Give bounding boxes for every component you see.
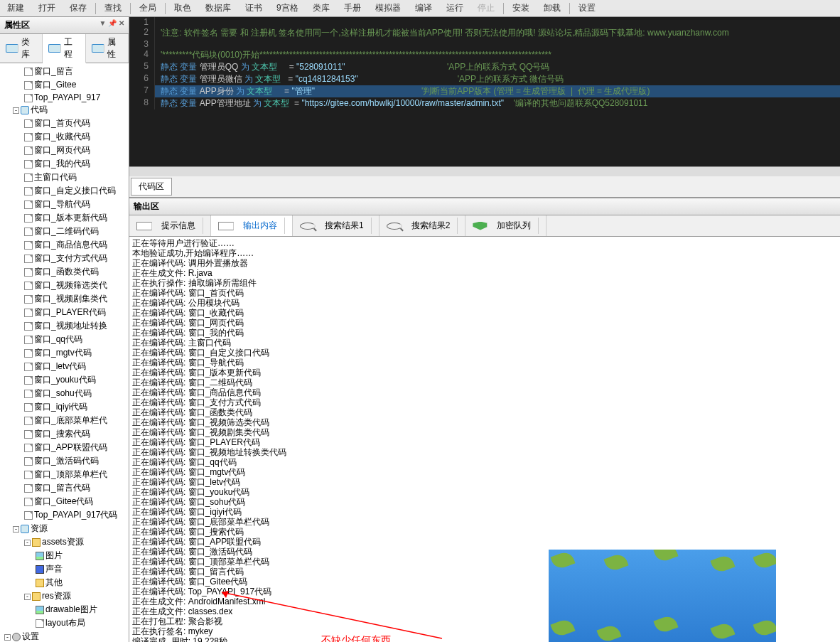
tree-item[interactable]: 窗口_iqiyi代码 xyxy=(1,400,127,414)
toolbar-设置[interactable]: 设置 xyxy=(571,2,603,14)
output-tab-搜索结果1[interactable]: 搜索结果1 xyxy=(293,215,379,236)
tree-item[interactable]: 窗口_搜索代码 xyxy=(1,427,127,441)
tree-item[interactable]: 窗口_导航代码 xyxy=(1,198,127,211)
toolbar-模拟器[interactable]: 模拟器 xyxy=(368,2,408,14)
tab-属性[interactable]: 属性 xyxy=(86,34,129,63)
toolbar-查找[interactable]: 查找 xyxy=(97,2,129,14)
tree-item[interactable]: layout布局 xyxy=(1,616,127,630)
expand-icon[interactable]: - xyxy=(24,594,31,600)
tree-label: 窗口_首页代码 xyxy=(34,118,90,128)
tree-item[interactable]: 窗口_留言代码 xyxy=(1,481,127,495)
tree-item[interactable]: 窗口_支付方式代码 xyxy=(1,252,127,265)
line-number: 3 xyxy=(129,39,155,49)
tree-item[interactable]: 窗口_mgtv代码 xyxy=(1,346,127,360)
project-tree[interactable]: 窗口_留言窗口_GiteeTop_PAYAPI_917-代码窗口_首页代码窗口_… xyxy=(0,63,129,642)
tree-label: 窗口_视频筛选类代 xyxy=(34,280,107,290)
tree-item[interactable]: 窗口_商品信息代码 xyxy=(1,238,127,252)
code-line[interactable]: 8静态 变量 APP管理地址 为 文本型 = "https://gitee.co… xyxy=(129,97,840,109)
output-body[interactable]: 正在等待用户进行验证……本地验证成功,开始编译程序……正在编译代码: 调用外置播… xyxy=(129,237,840,642)
folder-icon xyxy=(32,538,41,547)
tree-item[interactable]: 图片 xyxy=(1,549,127,562)
tree-item[interactable]: 主窗口代码 xyxy=(1,171,127,184)
tree-item[interactable]: 声音 xyxy=(1,562,127,576)
toolbar-取色[interactable]: 取色 xyxy=(167,2,198,14)
tree-item[interactable]: 窗口_Gitee代码 xyxy=(1,495,127,508)
output-line: 正在编译代码: 窗口_自定义接口代码 xyxy=(132,348,837,358)
tree-label: drawable图片 xyxy=(45,604,97,614)
output-tab-输出内容[interactable]: 输出内容 xyxy=(211,215,293,236)
toolbar-9宫格[interactable]: 9宫格 xyxy=(269,2,306,14)
tree-item[interactable]: 窗口_qq代码 xyxy=(1,333,127,346)
tree-item[interactable]: 窗口_letv代码 xyxy=(1,360,127,373)
tree-item[interactable]: 窗口_收藏代码 xyxy=(1,130,127,144)
tree-label: 设置 xyxy=(22,631,39,641)
tree-item[interactable]: -res资源 xyxy=(1,589,127,603)
tree-label: 窗口_youku代码 xyxy=(34,375,96,385)
tree-item[interactable]: 窗口_二维码代码 xyxy=(1,225,127,238)
output-tab-加密队列[interactable]: 加密队列 xyxy=(465,215,546,236)
tree-item[interactable]: 窗口_留言 xyxy=(1,65,127,78)
tree-item[interactable]: 窗口_网页代码 xyxy=(1,144,127,157)
tree-item[interactable]: drawable图片 xyxy=(1,603,127,616)
toolbar-运行[interactable]: 运行 xyxy=(439,2,470,14)
toolbar-全局[interactable]: 全局 xyxy=(132,2,163,14)
tree-item[interactable]: -assets资源 xyxy=(1,535,127,549)
tree-item[interactable]: Top_PAYAPI_917 xyxy=(1,92,127,103)
tree-item[interactable]: 窗口_视频地址转换 xyxy=(1,319,127,333)
tree-item[interactable]: 窗口_Gitee xyxy=(1,78,127,92)
tree-item[interactable]: 窗口_底部菜单栏代 xyxy=(1,414,127,427)
toolbar-保存[interactable]: 保存 xyxy=(63,2,94,14)
code-line[interactable]: 1 xyxy=(129,17,840,27)
expand-icon[interactable]: - xyxy=(24,540,31,546)
tree-item[interactable]: -设置 xyxy=(1,630,127,642)
tree-item[interactable]: 窗口_我的代码 xyxy=(1,157,127,171)
toolbar-卸载[interactable]: 卸载 xyxy=(537,2,568,14)
tree-item[interactable]: 窗口_sohu代码 xyxy=(1,387,127,400)
tree-item[interactable]: Top_PAYAPI_917代码 xyxy=(1,508,127,522)
tree-item[interactable]: 窗口_视频剧集类代 xyxy=(1,292,127,306)
tree-item[interactable]: 窗口_首页代码 xyxy=(1,117,127,130)
tab-code-area[interactable]: 代码区 xyxy=(131,178,172,196)
code-editor[interactable]: 12'注意: 软件签名 需要 和 注册机 签名使用同一个,这样注册机才能被当前A… xyxy=(129,17,840,166)
toolbar-打开[interactable]: 打开 xyxy=(31,2,63,14)
tab-类库[interactable]: 类库 xyxy=(0,34,43,63)
expand-icon[interactable]: - xyxy=(13,107,19,114)
toolbar-手册[interactable]: 手册 xyxy=(337,2,368,14)
tree-item[interactable]: 其他 xyxy=(1,576,127,589)
panel-controls[interactable]: ▼ 📌 ✕ xyxy=(99,19,124,31)
tree-item[interactable]: 窗口_视频筛选类代 xyxy=(1,279,127,292)
expand-icon[interactable]: - xyxy=(4,634,11,641)
tree-item[interactable]: 窗口_顶部菜单栏代 xyxy=(1,468,127,481)
tree-item[interactable]: 窗口_函数类代码 xyxy=(1,265,127,279)
tree-item[interactable]: 窗口_激活码代码 xyxy=(1,454,127,468)
file-icon xyxy=(24,173,33,182)
toolbar-数据库[interactable]: 数据库 xyxy=(198,2,238,14)
tree-item[interactable]: 窗口_版本更新代码 xyxy=(1,211,127,225)
toolbar-编译[interactable]: 编译 xyxy=(408,2,439,14)
toolbar-安装[interactable]: 安装 xyxy=(505,2,537,14)
tree-item[interactable]: 窗口_自定义接口代码 xyxy=(1,184,127,198)
code-line[interactable]: 4'*********代码块(0010)开始******************… xyxy=(129,49,840,61)
code-line[interactable]: 2'注意: 软件签名 需要 和 注册机 签名使用同一个,这样注册机才能被当前AP… xyxy=(129,27,840,39)
code-line[interactable]: 3 xyxy=(129,39,840,49)
file-icon xyxy=(24,511,33,520)
expand-icon[interactable]: - xyxy=(13,526,19,533)
code-text: '*********代码块(0010)开始*******************… xyxy=(155,49,551,61)
output-tab-搜索结果2[interactable]: 搜索结果2 xyxy=(379,215,466,236)
toolbar-证书[interactable]: 证书 xyxy=(238,2,269,14)
output-tab-提示信息[interactable]: 提示信息 xyxy=(129,215,211,236)
toolbar-类库[interactable]: 类库 xyxy=(306,2,337,14)
code-line[interactable]: 6静态 变量 管理员微信 为 文本型 = "cq1481284153" 'APP… xyxy=(129,73,840,85)
tree-item[interactable]: -代码 xyxy=(1,103,127,117)
tree-item[interactable]: -资源 xyxy=(1,522,127,535)
toolbar-新建[interactable]: 新建 xyxy=(0,2,31,14)
code-line[interactable]: 7静态 变量 APP身份 为 文本型 = "管理" '判断当前APP版本 (管理… xyxy=(129,85,840,97)
tree-item[interactable]: 窗口_youku代码 xyxy=(1,373,127,387)
tree-item[interactable]: 窗口_PLAYER代码 xyxy=(1,306,127,319)
tab-工程[interactable]: 工程 xyxy=(43,34,85,63)
tree-item[interactable]: 窗口_APP联盟代码 xyxy=(1,441,127,454)
tree-label: assets资源 xyxy=(42,537,84,547)
code-line[interactable]: 5静态 变量 管理员QQ 为 文本型 = "528091011" 'APP上的联… xyxy=(129,61,840,73)
toolbar-停止[interactable]: 停止 xyxy=(470,2,502,14)
scrollbar-horizontal[interactable] xyxy=(129,166,840,176)
